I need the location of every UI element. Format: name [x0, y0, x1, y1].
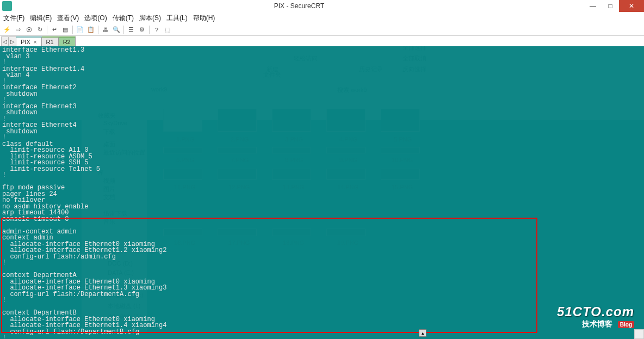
terminal-output[interactable]: interface Ethernet1.3 vlan 3 ! interface…	[0, 46, 644, 339]
watermark: 51CTO.com 技术博客 Blog	[557, 304, 634, 329]
maximize-button[interactable]: □	[602, 0, 619, 12]
menu-transfer[interactable]: 传输(T)	[113, 14, 134, 23]
menu-view[interactable]: 查看(V)	[57, 14, 79, 23]
tab-pix-label: PIX	[21, 39, 30, 45]
toolbar-find-icon[interactable]: 🔍	[112, 25, 121, 35]
close-button[interactable]: ✕	[619, 0, 644, 12]
toolbar-properties-icon[interactable]: ▤	[60, 25, 70, 35]
menu-script[interactable]: 脚本(S)	[139, 14, 161, 23]
tab-r2-label: R2	[63, 39, 71, 45]
minimize-button[interactable]: —	[584, 0, 602, 12]
toolbar-connect-icon[interactable]: ⚡	[2, 25, 12, 35]
menu-options[interactable]: 选项(O)	[84, 14, 107, 23]
watermark-line2: 技术博客	[582, 319, 612, 328]
toolbar-help-icon[interactable]: ?	[152, 25, 162, 35]
tab-strip: ◁ ▷ PIX × R1 R2	[0, 36, 644, 46]
toolbar-quick-connect-icon[interactable]: ⇨	[13, 25, 23, 35]
window-title: PIX - SecureCRT	[14, 2, 584, 10]
tab-r1[interactable]: R1	[41, 36, 59, 46]
toolbar-reconnect-icon[interactable]: ↻	[35, 25, 45, 35]
tab-pix-close-icon[interactable]: ×	[34, 39, 37, 45]
toolbar-session-icon[interactable]: ☰	[126, 25, 136, 35]
tab-pix[interactable]: PIX ×	[16, 36, 42, 46]
watermark-line1: 51CTO.com	[557, 304, 634, 319]
tab-r2[interactable]: R2	[58, 36, 76, 46]
tab-scroll-left[interactable]: ◁	[1, 36, 9, 46]
toolbar-ext-icon[interactable]: ⬚	[163, 25, 172, 35]
toolbar-disconnect-icon[interactable]: ⦿	[24, 25, 34, 35]
tab-r1-label: R1	[46, 39, 54, 45]
toolbar-enter-icon[interactable]: ↵	[49, 25, 59, 35]
toolbar-print-icon[interactable]: 🖶	[101, 25, 110, 35]
title-bar: PIX - SecureCRT — □ ✕	[0, 0, 644, 12]
toolbar-paste-icon[interactable]: 📋	[86, 25, 96, 35]
toolbar: ⚡ ⇨ ⦿ ↻ ↵ ▤ 📄 📋 🖶 🔍 ☰ ⚙ ? ⬚	[0, 24, 644, 36]
toolbar-copy-icon[interactable]: 📄	[75, 25, 85, 35]
menu-file[interactable]: 文件(F)	[3, 14, 24, 23]
tab-scroll-right[interactable]: ▷	[9, 36, 16, 46]
scrollbar-corner	[634, 329, 644, 339]
menu-help[interactable]: 帮助(H)	[193, 14, 215, 23]
watermark-blog-badge: Blog	[618, 321, 634, 328]
toolbar-options-icon[interactable]: ⚙	[137, 25, 147, 35]
menu-edit[interactable]: 编辑(E)	[30, 14, 52, 23]
menu-bar: 文件(F) 编辑(E) 查看(V) 选项(O) 传输(T) 脚本(S) 工具(L…	[0, 12, 644, 24]
app-icon	[2, 1, 12, 11]
menu-tools[interactable]: 工具(L)	[166, 14, 188, 23]
scroll-indicator-icon[interactable]: ▴	[419, 329, 426, 337]
